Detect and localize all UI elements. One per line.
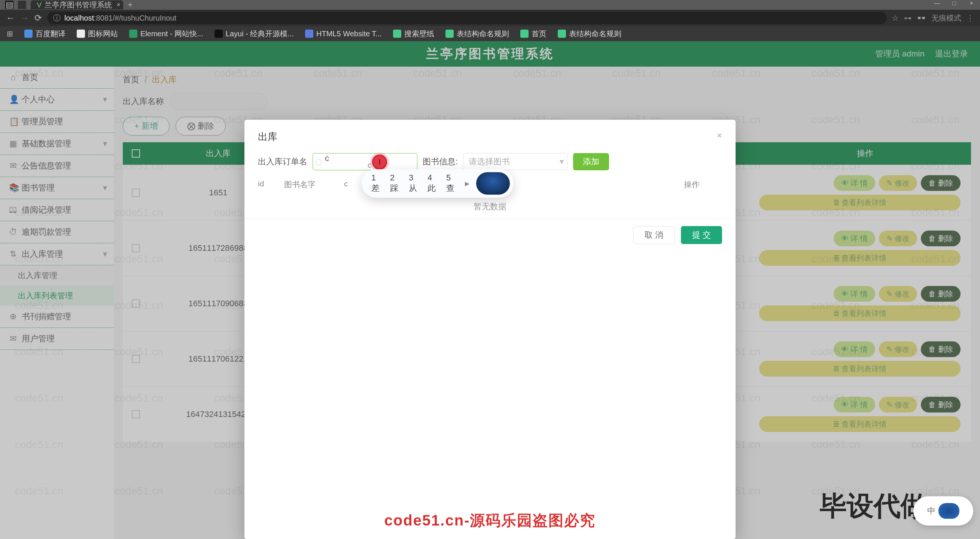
bookmark-item[interactable]: 表结构命名规则 <box>445 29 509 39</box>
browser-tab[interactable]: V 兰亭序图书管理系统 × <box>31 0 123 10</box>
tab-close-icon[interactable]: × <box>117 2 120 8</box>
star-icon[interactable]: ☆ <box>892 13 899 22</box>
ime-lang-label: 中 <box>927 505 935 517</box>
url-input[interactable]: ⓘ localhost:8081/#/tushuChuruInout <box>47 12 887 24</box>
ime-floating-badge[interactable]: 中 <box>913 496 973 526</box>
book-select-placeholder: 请选择图书 <box>469 156 510 167</box>
submit-button[interactable]: 提 交 <box>681 226 722 244</box>
bookmark-item[interactable]: 搜索壁纸 <box>393 29 434 39</box>
bookmark-icon <box>393 30 401 38</box>
subcol-op: 操作 <box>554 179 722 190</box>
maximize-button[interactable]: □ <box>945 0 963 10</box>
back-button[interactable]: ← <box>6 13 15 23</box>
dialog-close-icon[interactable]: × <box>717 130 722 143</box>
vue-icon: V <box>37 1 41 10</box>
bookmark-item[interactable]: 图标网站 <box>77 29 118 39</box>
bookmark-item[interactable]: Element - 网站快... <box>129 29 203 39</box>
ime-logo-icon <box>939 503 959 519</box>
address-bar: ← → ⟳ ⓘ localhost:8081/#/tushuChuruInout… <box>0 10 980 26</box>
bookmark-icon <box>215 30 223 38</box>
ime-candidate[interactable]: 2 踩 <box>390 173 398 194</box>
ime-candidate-popup[interactable]: c 1 差 2 踩 3 从 4 此 5 查 ▸ <box>362 169 514 198</box>
ime-candidate[interactable]: 5 查 <box>446 173 455 194</box>
spinner-icon: ◌ <box>315 157 322 167</box>
apps-icon[interactable]: ⊞ <box>7 29 13 38</box>
subcol-id: id <box>258 179 284 190</box>
bookmark-icon <box>24 30 33 38</box>
key-icon[interactable]: ⊶ <box>904 13 912 22</box>
chevron-down-icon: ▾ <box>560 157 564 167</box>
order-name-input[interactable]: ◌ c I c 1 差 2 踩 3 从 4 此 5 查 ▸ <box>313 153 417 170</box>
info-icon: ⓘ <box>53 13 60 23</box>
incognito-icon: 👓 <box>917 13 926 22</box>
bookmark-icon <box>305 30 313 38</box>
url-host: localhost <box>64 14 94 22</box>
ime-next-icon[interactable]: ▸ <box>465 178 469 189</box>
titlebar: ▤ V 兰亭序图书管理系统 × + — □ × <box>0 0 980 10</box>
bookmark-icon <box>520 30 528 38</box>
cancel-button[interactable]: 取 消 <box>633 226 675 244</box>
ime-candidate[interactable]: 4 此 <box>428 173 436 194</box>
bookmark-icon <box>558 30 566 38</box>
outbound-dialog: 出库 × 出入库订单名 ◌ c I c 1 差 2 踩 3 从 <box>245 120 735 539</box>
tab-title: 兰亭序图书管理系统 <box>45 0 112 10</box>
close-window-button[interactable]: × <box>963 0 980 10</box>
book-info-label: 图书信息: <box>423 156 458 167</box>
new-tab-button[interactable]: + <box>128 0 132 10</box>
menu-icon[interactable]: ⋮ <box>967 13 974 22</box>
ime-logo-icon <box>476 172 510 195</box>
ime-candidate[interactable]: 3 从 <box>409 173 417 194</box>
subcol-name: 图书名字 <box>284 179 344 190</box>
url-path: /#/tushuChuruInout <box>113 14 176 22</box>
bookmark-icon <box>445 30 454 38</box>
bookmark-icon <box>77 30 85 38</box>
order-name-label: 出入库订单名 <box>258 156 307 167</box>
forward-button[interactable]: → <box>20 13 29 23</box>
bookmark-item[interactable]: 表结构命名规则 <box>558 29 621 39</box>
reload-button[interactable]: ⟳ <box>35 13 42 23</box>
ime-candidate[interactable]: 1 差 <box>371 173 380 194</box>
dialog-add-button[interactable]: 添加 <box>573 153 609 170</box>
text-cursor-icon: I <box>379 157 381 167</box>
incognito-label: 无痕模式 <box>931 13 961 23</box>
click-indicator-icon: I <box>372 154 387 170</box>
minimize-button[interactable]: — <box>928 0 945 10</box>
ime-raw: c <box>368 161 371 170</box>
bookmark-item[interactable]: Layui - 经典开源模... <box>215 29 294 39</box>
bookmarks-bar: ⊞ 百度翻译 图标网站 Element - 网站快... Layui - 经典开… <box>0 26 980 41</box>
bookmark-icon <box>129 30 137 38</box>
dialog-title: 出库 <box>258 130 277 143</box>
bookmark-item[interactable]: 首页 <box>520 29 547 39</box>
book-select[interactable]: 请选择图书 ▾ <box>463 153 568 170</box>
app-icon <box>18 1 26 9</box>
watermark-text: code51.cn-源码乐园盗图必究 <box>385 510 596 531</box>
bookmark-item[interactable]: HTML5 Website T... <box>305 30 382 38</box>
order-name-value: c <box>325 153 329 163</box>
bookmark-item[interactable]: 百度翻译 <box>24 29 65 39</box>
window-controls: — □ × <box>928 0 980 10</box>
dialog-mask: 出库 × 出入库订单名 ◌ c I c 1 差 2 踩 3 从 <box>0 41 980 539</box>
app-root: 兰亭序图书管理系统 管理员 admin 退出登录 ⌂首页 👤个人中心▾ 📋管理员… <box>0 41 980 539</box>
system-menu-icon[interactable]: ▤ <box>5 1 13 9</box>
